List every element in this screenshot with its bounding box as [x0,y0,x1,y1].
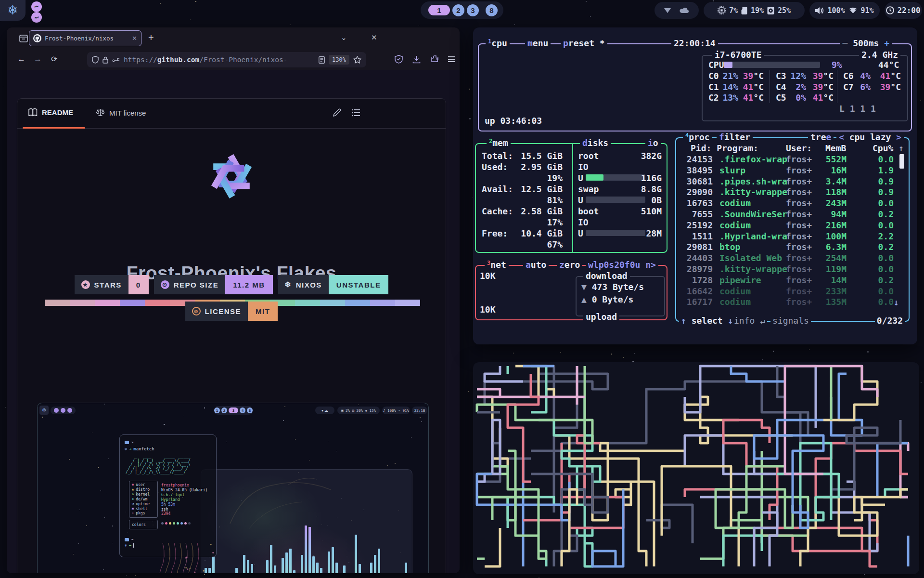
container-icon[interactable] [112,57,120,63]
workspace-switcher: 1238 [421,1,503,19]
bookmark-star-icon[interactable] [353,56,361,64]
badge-license[interactable]: ⊘LICENSEMIT [185,302,278,321]
cloud-icon [680,7,690,14]
visualizer-bars [205,525,407,573]
extension-icon[interactable] [431,55,439,63]
badge-row-1: ★STARS0⊙REPO SIZE11.2 MB❄NIXOSUNSTABLE [17,275,446,294]
back-button[interactable]: ← [17,54,26,64]
fetch-terminal: ~ ❄→ maxfetch _ ___ ____ _____ / | / (_)… [119,434,217,557]
fetch-info-box: ◉user▲distro✿kernel❖de/wm◔uptime▣shell✦p… [129,481,158,518]
nixos-logo [201,148,262,204]
clock: 22:00 [885,2,922,19]
workspace-8[interactable]: 8 [486,4,498,16]
tab-title: Frost-Phoenix/nixos [45,35,128,42]
workspace-active[interactable]: 1 [428,5,450,15]
system-stats: 7% 19% 25% [704,2,805,19]
forward-button[interactable]: → [34,54,42,64]
download-icon[interactable] [412,55,421,64]
disk-icon [767,7,774,14]
scales-icon [96,108,105,117]
url-path: /Frost-Phoenix/nixos- [199,56,287,64]
tab-bar: Frost-Phoenix/nixos ✕ + ⌄ ✕ [7,27,460,49]
clock-time: 22:00 [897,6,920,15]
top-bar: ❄ ⏮ ⏭ 1238 7% 19% 25% 100% 91% 22:00 [0,0,924,21]
weather-indicator [654,2,699,19]
workspace-3[interactable]: 3 [467,4,479,16]
wifi-strength: 91% [861,6,874,15]
github-favicon [33,34,41,42]
fetch-color-dots [161,522,191,525]
reader-mode-icon[interactable] [319,56,325,64]
shield-icon[interactable] [92,56,99,64]
jellyfish-art [158,543,216,573]
workspace-2[interactable]: 2 [452,4,464,16]
media-next-button[interactable]: ⏭ [31,12,42,23]
desktop-screenshot: ❄12348▾ ☁▣ 2% ▤ 20% ◈ 15%♪ 100% ⌔ 91%22:… [37,403,429,573]
volume-level: 100% [827,6,845,15]
clock-icon [886,6,894,14]
tab-archive-icon[interactable] [18,33,29,44]
vpn-icon [663,7,672,14]
audio-network: 100% 91% [809,2,880,19]
badge-stars[interactable]: ★STARS0 [75,275,149,294]
nixos-logo-button[interactable]: ❄ [0,0,26,21]
url-scheme: https:// [124,56,157,64]
memory-usage: 19% [751,6,764,15]
reload-button[interactable]: ⟳ [51,54,57,64]
browser-window: Frost-Phoenix/nixos ✕ + ⌄ ✕ ← → ⟳ https:… [7,27,460,573]
fetch-colors-box: colors [129,520,158,529]
volume-icon [815,7,824,14]
tab-mit-license[interactable]: MIT license [96,108,146,117]
visualizer-window [201,469,412,573]
github-page: README MIT license [7,70,460,573]
badge-row-2: ⊘LICENSEMIT [17,302,446,321]
readme-header: README MIT license [17,99,446,129]
tab-dropdown-chevron[interactable]: ⌄ [341,33,347,42]
outline-list-icon[interactable] [352,109,360,117]
url-host: github.com [157,56,199,64]
nixos-ascii-art: _ ___ ____ _____ / | / (_) __/ __ \/ ___… [126,455,211,474]
browser-tab[interactable]: Frost-Phoenix/nixos ✕ [29,30,141,46]
book-icon [28,108,38,117]
active-tab-underline [23,127,85,129]
readme-panel: README MIT license [17,98,446,573]
cpu-icon [718,6,726,14]
disk-usage: 25% [778,6,791,15]
btop-window: 1cpumenupreset *22:00:14─ 500ms +up 03:4… [473,27,917,344]
menu-icon[interactable] [448,56,456,63]
memory-icon [741,7,747,14]
lock-icon[interactable] [103,56,108,64]
protections-icon[interactable] [395,55,403,64]
url-field[interactable]: https://github.com/Frost-Phoenix/nixos- … [87,52,366,67]
zoom-level-badge[interactable]: 130% [329,55,349,65]
badge-nixos[interactable]: ❄NIXOSUNSTABLE [278,275,389,294]
tab-readme[interactable]: README [28,108,73,117]
cpu-usage: 7% [729,6,738,15]
media-prev-button[interactable]: ⏮ [31,1,42,12]
tab-close-icon[interactable]: ✕ [132,35,137,42]
wifi-icon [848,7,858,14]
pipes-terminal [473,362,919,574]
window-close-button[interactable]: ✕ [371,33,377,42]
badge-repo-size[interactable]: ⊙REPO SIZE11.2 MB [154,275,273,294]
nixos-snowflake-icon: ❄ [8,3,18,18]
media-controls: ⏮ ⏭ [31,1,68,19]
edit-pencil-icon[interactable] [333,108,341,117]
url-bar: ← → ⟳ https://github.com/Frost-Phoenix/n… [7,49,460,70]
new-tab-button[interactable]: + [148,32,154,43]
